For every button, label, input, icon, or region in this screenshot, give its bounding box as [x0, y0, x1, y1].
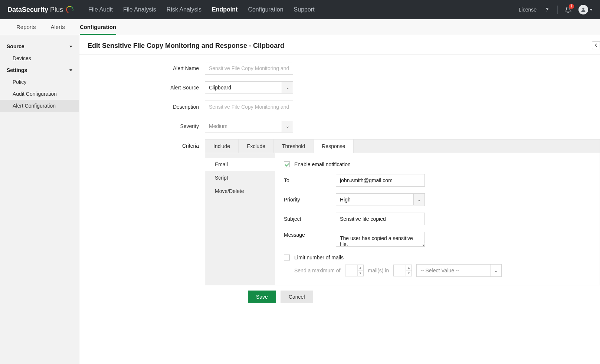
limit-mails-row: Limit number of mails [284, 255, 591, 260]
priority-value: High [336, 194, 413, 206]
top-nav: File Audit File Analysis Risk Analysis E… [88, 6, 519, 13]
max-mails-stepper[interactable]: ▲ ▼ [345, 265, 364, 276]
criteria-tab-exclude[interactable]: Exclude [239, 140, 274, 153]
cancel-button[interactable]: Cancel [281, 291, 313, 303]
criteria-panel: Email Script Move/Delete Enable email no… [205, 153, 600, 285]
row-criteria: Criteria Include Exclude Threshold Respo… [79, 139, 600, 285]
row-severity: Severity Medium ⌄ [79, 120, 600, 132]
brand-name-a: DataSecurity [7, 6, 48, 13]
subtab-reports[interactable]: Reports [16, 19, 36, 35]
svg-point-1 [582, 8, 584, 10]
form-area: Alert Name Alert Source Clipboard ⌄ Desc… [79, 55, 600, 303]
criteria-tab-include[interactable]: Include [205, 140, 239, 153]
label-priority: Priority [284, 197, 336, 203]
page-title-row: Edit Sensitive File Copy Monitoring and … [79, 35, 600, 55]
sidebar-item-devices[interactable]: Devices [0, 52, 79, 64]
label-severity: Severity [79, 123, 205, 129]
alert-source-value: Clipboard [205, 82, 282, 94]
mails-in-stepper[interactable]: ▲ ▼ [393, 265, 412, 276]
topbar: DataSecurity Plus File Audit File Analys… [0, 0, 600, 19]
divider [557, 6, 558, 14]
button-row: Save Cancel [248, 291, 600, 303]
subject-input[interactable] [336, 213, 425, 225]
sidebar: Source Devices Settings Policy Audit Con… [0, 35, 79, 364]
chevron-down-icon: ⌄ [490, 265, 501, 276]
row-message: Message [284, 232, 591, 248]
nav-support[interactable]: Support [294, 6, 315, 13]
criteria-tabs: Include Exclude Threshold Response [205, 139, 600, 153]
collapse-panel-button[interactable] [592, 41, 600, 49]
limit-unit-select[interactable]: -- Select Value -- ⌄ [416, 264, 502, 277]
chevron-down-icon: ⌄ [282, 82, 293, 93]
sidebar-group-source[interactable]: Source [0, 40, 79, 52]
step-up-icon[interactable]: ▲ [406, 265, 412, 271]
priority-select[interactable]: High ⌄ [336, 193, 425, 206]
brand-logo: DataSecurity Plus [7, 6, 73, 14]
alert-source-select[interactable]: Clipboard ⌄ [205, 81, 293, 94]
row-priority: Priority High ⌄ [284, 193, 591, 206]
description-input[interactable] [205, 101, 293, 113]
user-menu[interactable] [578, 6, 593, 13]
chevron-down-icon [69, 69, 72, 71]
sidebar-group-settings-label: Settings [7, 67, 27, 73]
chevron-down-icon [69, 46, 72, 47]
sidebar-group-settings[interactable]: Settings [0, 64, 79, 76]
limit-text-b: mail(s) in [368, 268, 389, 273]
enable-email-checkbox[interactable] [284, 161, 290, 167]
mails-in-input[interactable] [394, 265, 406, 276]
enable-email-row: Enable email notification [284, 161, 591, 167]
nav-configuration[interactable]: Configuration [248, 6, 283, 13]
license-link[interactable]: License [519, 7, 537, 13]
step-down-icon[interactable]: ▼ [358, 271, 363, 276]
label-alert-source: Alert Source [79, 85, 205, 91]
criteria-tab-threshold[interactable]: Threshold [274, 140, 314, 153]
max-mails-input[interactable] [345, 265, 357, 276]
nav-file-analysis[interactable]: File Analysis [123, 6, 156, 13]
sidebar-item-alert-configuration[interactable]: Alert Configuration [0, 100, 79, 112]
response-side-nav: Email Script Move/Delete [205, 153, 275, 285]
chevron-down-icon [590, 9, 593, 11]
help-icon[interactable]: ? [543, 6, 551, 13]
notification-icon[interactable]: 1 [564, 6, 572, 13]
topbar-right: License ? 1 [519, 6, 593, 14]
label-message: Message [284, 232, 336, 238]
nav-endpoint[interactable]: Endpoint [212, 6, 237, 13]
subtab-configuration[interactable]: Configuration [80, 19, 116, 35]
step-down-icon[interactable]: ▼ [406, 271, 412, 276]
response-content: Enable email notification To Priority [275, 153, 600, 285]
limit-unit-placeholder: -- Select Value -- [417, 265, 490, 276]
limit-mails-config: Send a maximum of ▲ ▼ mail(s) in [284, 264, 591, 277]
brand-name-b: Plus [48, 6, 63, 13]
brand-text: DataSecurity Plus [7, 6, 63, 14]
label-to: To [284, 177, 336, 183]
criteria-tab-response[interactable]: Response [314, 140, 354, 153]
response-side-move-delete[interactable]: Move/Delete [205, 184, 275, 198]
row-alert-name: Alert Name [79, 62, 600, 75]
brand-swirl-icon [65, 5, 75, 14]
save-button[interactable]: Save [248, 291, 276, 303]
alert-name-input[interactable] [205, 62, 293, 75]
limit-text-a: Send a maximum of [294, 268, 341, 273]
sidebar-item-audit-configuration[interactable]: Audit Configuration [0, 88, 79, 100]
limit-mails-checkbox[interactable] [284, 255, 290, 260]
main: Edit Sensitive File Copy Monitoring and … [79, 35, 600, 364]
layout: Source Devices Settings Policy Audit Con… [0, 35, 600, 364]
label-criteria: Criteria [79, 139, 205, 285]
severity-value: Medium [205, 120, 282, 132]
step-up-icon[interactable]: ▲ [358, 265, 363, 271]
row-subject: Subject [284, 213, 591, 225]
stepper-arrows: ▲ ▼ [357, 265, 363, 276]
sidebar-item-policy[interactable]: Policy [0, 76, 79, 88]
row-to: To [284, 174, 591, 187]
notification-badge: 1 [569, 4, 574, 9]
nav-risk-analysis[interactable]: Risk Analysis [167, 6, 201, 13]
subtab-alerts[interactable]: Alerts [51, 19, 65, 35]
row-description: Description [79, 101, 600, 113]
severity-select[interactable]: Medium ⌄ [205, 120, 293, 132]
sidebar-group-source-label: Source [7, 43, 24, 49]
response-side-script[interactable]: Script [205, 171, 275, 184]
nav-file-audit[interactable]: File Audit [88, 6, 113, 13]
to-input[interactable] [336, 174, 425, 187]
response-side-email[interactable]: Email [205, 158, 275, 171]
message-textarea[interactable] [336, 232, 425, 247]
